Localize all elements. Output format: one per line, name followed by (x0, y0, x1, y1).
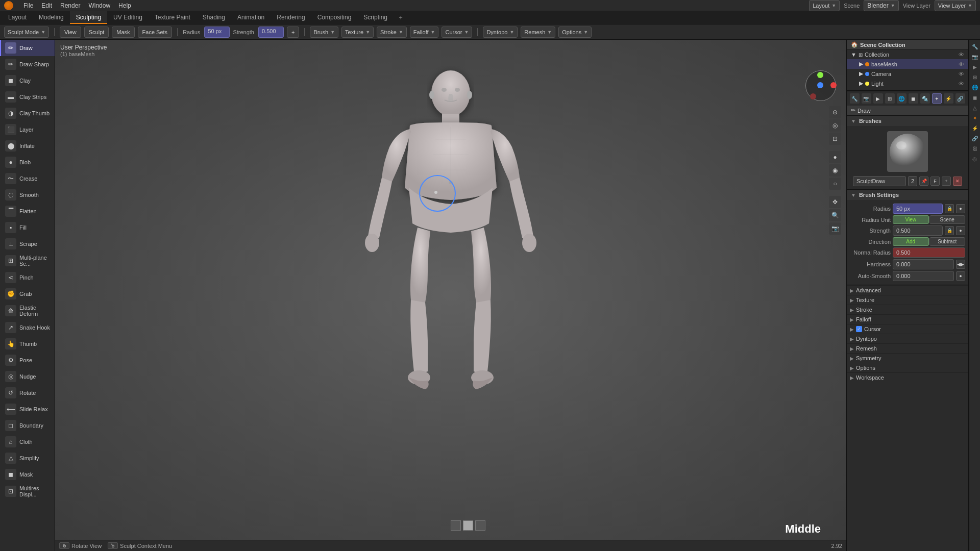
add-btn[interactable]: + (287, 27, 299, 38)
nav-z-axis[interactable] (817, 82, 823, 88)
view-menu[interactable]: View (60, 27, 81, 38)
xray-icon[interactable]: ⊡ (829, 133, 841, 145)
modifier-icon[interactable]: 🔩 (920, 93, 930, 104)
remesh-dropdown[interactable]: Remesh ▼ (521, 27, 555, 38)
ri-material-icon[interactable]: ✦ (970, 113, 979, 122)
direction-add-btn[interactable]: Add (893, 237, 929, 246)
tool-smooth[interactable]: ◌ Smooth (0, 187, 55, 203)
brushes-section-header[interactable]: ▼ Brushes (847, 116, 968, 126)
output-props-icon[interactable]: ▶ (873, 93, 883, 104)
pan-icon[interactable]: ✥ (829, 196, 841, 208)
falloff-section[interactable]: ▶ Falloff (847, 314, 968, 324)
render-mode-icon[interactable]: ○ (829, 178, 841, 190)
stroke-section[interactable]: ▶ Stroke (847, 305, 968, 314)
tool-pose[interactable]: ⚙ Pose (0, 352, 55, 368)
cursor-section[interactable]: ▶ ✓ Cursor (847, 324, 968, 334)
particles-icon[interactable]: ✦ (932, 93, 942, 104)
tool-elastic-deform[interactable]: ⟰ Elastic Deform (0, 302, 55, 319)
tool-clay-thumb[interactable]: ◑ Clay Thumb (0, 105, 55, 121)
strength-animate-btn[interactable]: ● (956, 226, 965, 235)
face-sets-menu[interactable]: Face Sets (138, 27, 173, 38)
brush-settings-header[interactable]: ▼ Brush Settings (847, 190, 968, 200)
workspace-section[interactable]: ▶ Workspace (847, 372, 968, 382)
tool-snake-hook[interactable]: ↗ Snake Hook (0, 319, 55, 336)
autosmooth-animate-btn[interactable]: ● (956, 271, 965, 281)
cursor-dropdown[interactable]: Cursor ▼ (442, 27, 472, 38)
radius-animate-btn[interactable]: ● (956, 204, 965, 213)
menu-render[interactable]: Render (60, 2, 80, 9)
physics-icon[interactable]: ⚡ (944, 93, 953, 104)
menu-file[interactable]: File (23, 2, 33, 9)
brush-pin-btn[interactable]: 📌 (919, 177, 928, 186)
tool-cloth[interactable]: ⌂ Cloth (0, 434, 55, 450)
ri-mesh-icon[interactable]: △ (970, 103, 979, 112)
falloff-dropdown[interactable]: Falloff ▼ (410, 27, 439, 38)
tab-sculpting[interactable]: Sculpting (70, 11, 107, 24)
overlay-icon[interactable]: ◎ (829, 119, 841, 132)
texture-section[interactable]: ▶ Texture (847, 295, 968, 305)
ri-particles-icon[interactable]: ⚡ (970, 123, 979, 133)
scene-item-camera[interactable]: ▶ Camera 👁 (847, 69, 968, 79)
remesh-section[interactable]: ▶ Remesh (847, 343, 968, 353)
view-layer-icon[interactable]: ⊞ (885, 93, 895, 104)
tool-draw[interactable]: ✏ Draw (0, 40, 55, 56)
brush-dropdown[interactable]: Brush ▼ (310, 27, 338, 38)
tool-fill[interactable]: ▪ Fill (0, 219, 55, 236)
scene-item-basemesh[interactable]: ▶ baseMesh 👁 (847, 59, 968, 69)
mask-menu[interactable]: Mask (112, 27, 134, 38)
light-vis-icon[interactable]: 👁 (959, 81, 964, 87)
tool-rotate[interactable]: ↺ Rotate (0, 385, 55, 401)
nav-xn-axis[interactable] (810, 93, 816, 99)
nav-x-axis[interactable] (830, 82, 837, 88)
scene-props-icon[interactable]: 🔧 (850, 93, 860, 104)
ri-scene-icon[interactable]: 🔧 (970, 42, 979, 51)
ri-output-icon[interactable]: ▶ (970, 62, 979, 71)
ri-world-icon[interactable]: 🌐 (970, 83, 979, 92)
render-props-icon[interactable]: 📷 (862, 93, 871, 104)
tab-scripting[interactable]: Scripting (357, 11, 394, 24)
scene-item-collection[interactable]: ▼ ⊞ Collection 👁 (847, 50, 968, 59)
tab-uv-editing[interactable]: UV Editing (107, 11, 149, 24)
dyntopo-dropdown[interactable]: Dyntopo ▼ (483, 27, 518, 38)
zoom-icon[interactable]: 🔍 (829, 209, 841, 221)
tool-nudge[interactable]: ◎ Nudge (0, 368, 55, 385)
radius-prop-value[interactable]: 50 px (893, 204, 943, 214)
tab-compositing[interactable]: Compositing (311, 11, 358, 24)
texture-dropdown[interactable]: Texture ▼ (341, 27, 374, 38)
radius-field[interactable]: 50 px (204, 27, 230, 38)
stroke-dropdown[interactable]: Stroke ▼ (377, 27, 407, 38)
tool-clay[interactable]: ◼ Clay (0, 72, 55, 89)
camera-vis-icon[interactable]: 👁 (959, 71, 964, 77)
basemesh-vis-icon[interactable]: 👁 (959, 61, 964, 67)
radius-lock-btn[interactable]: 🔒 (945, 204, 954, 213)
viewport[interactable]: User Perspective (1) baseMesh (55, 40, 846, 551)
tool-draw-sharp[interactable]: ✏ Draw Sharp (0, 56, 55, 72)
tab-layout[interactable]: Layout (2, 11, 33, 24)
advanced-section[interactable]: ▶ Advanced (847, 285, 968, 295)
add-workspace-button[interactable]: ＋ (394, 11, 408, 24)
symmetry-section[interactable]: ▶ Symmetry (847, 353, 968, 363)
constraints-icon[interactable]: 🔗 (955, 93, 965, 104)
dyntopo-section[interactable]: ▶ Dyntopo (847, 334, 968, 343)
navigation-gizmo[interactable] (805, 70, 836, 101)
tool-inflate[interactable]: ⬤ Inflate (0, 138, 55, 154)
strength-field[interactable]: 0.500 (258, 27, 284, 38)
object-props-icon[interactable]: ◼ (909, 93, 918, 104)
nav-y-axis[interactable] (817, 72, 823, 78)
tab-shading[interactable]: Shading (197, 11, 231, 24)
options-section[interactable]: ▶ Options (847, 363, 968, 372)
tool-boundary[interactable]: ◻ Boundary (0, 417, 55, 434)
tab-modeling[interactable]: Modeling (33, 11, 70, 24)
tool-multires-disp[interactable]: ⊡ Multires Displ... (0, 483, 55, 500)
scene-item-light[interactable]: ▶ Light 👁 (847, 79, 968, 88)
tool-grab[interactable]: ✊ Grab (0, 286, 55, 302)
ri-physics-icon[interactable]: 🔗 (970, 134, 979, 143)
ow-box-2[interactable] (463, 520, 473, 531)
normal-radius-value[interactable]: 0.500 (893, 247, 965, 258)
tool-slide-relax[interactable]: ⟵ Slide Relax (0, 401, 55, 417)
tool-scrape[interactable]: ⟂ Scrape (0, 236, 55, 252)
tool-mask[interactable]: ◼ Mask (0, 466, 55, 483)
ri-object-icon[interactable]: ◼ (970, 93, 979, 102)
hardness-animate-btn[interactable]: ◀▶ (956, 260, 965, 269)
tool-pinch[interactable]: ⋖ Pinch (0, 269, 55, 286)
